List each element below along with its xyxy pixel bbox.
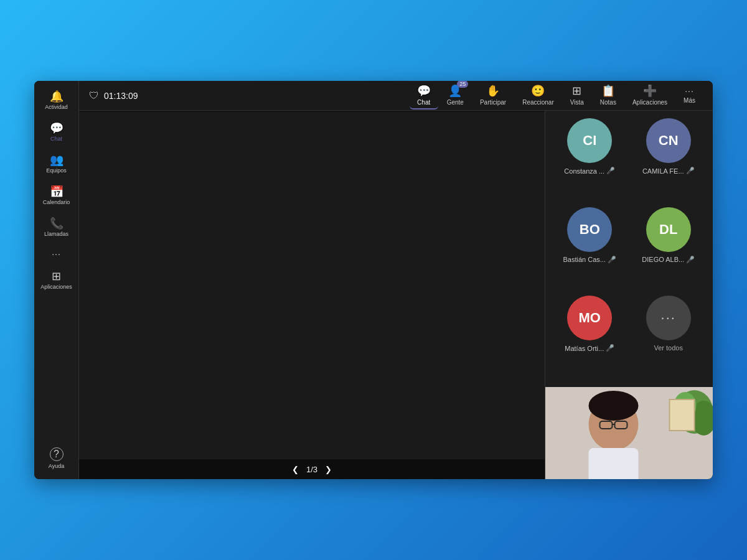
page-indicator: 1/3 — [306, 465, 317, 474]
avatar-bo: BO — [567, 207, 612, 252]
shield-icon: 🛡 — [89, 90, 99, 101]
reaccionar-btn-icon: 🙂 — [531, 84, 545, 98]
svg-rect-44 — [589, 448, 639, 479]
topbar-actions: 💬 Chat 👤25 Gente ✋ Participar 🙂 Reaccion… — [410, 82, 703, 110]
participar-btn-icon: ✋ — [486, 84, 500, 98]
participar-btn-label: Participar — [480, 99, 506, 106]
sidebar-item-aplicaciones[interactable]: ⊞ Aplicaciones — [37, 266, 77, 295]
sidebar-item-llamadas[interactable]: 📞 Llamadas — [37, 213, 77, 242]
notas-btn-icon: 📋 — [601, 84, 615, 98]
participant-name-bo: Bastián Cas... 🎤 — [563, 256, 616, 264]
sidebar: 🔔 Actividad 💬 Chat 👥 Equipos 📅 Calendari… — [34, 81, 79, 479]
timer-display: 01:13:09 — [104, 91, 138, 101]
main-content: 🛡 01:13:09 💬 Chat 👤25 Gente ✋ Participar… — [79, 81, 713, 479]
gente-btn-icon: 👤25 — [448, 84, 462, 98]
self-video — [545, 387, 713, 479]
bo-mic-icon: 🎤 — [608, 256, 616, 264]
reaccionar-button[interactable]: 🙂 Reaccionar — [515, 82, 561, 110]
participant-card-mo: MO Matías Orti... 🎤 — [553, 296, 627, 380]
meeting-timer: 🛡 01:13:09 — [89, 90, 138, 101]
apps-icon: ⊞ — [52, 271, 61, 282]
sidebar-item-actividad[interactable]: 🔔 Actividad — [37, 86, 77, 115]
mas-button[interactable]: ··· Más — [676, 83, 703, 108]
sidebar-item-equipos[interactable]: 👥 Equipos — [37, 149, 77, 179]
svg-rect-38 — [670, 399, 695, 431]
sidebar-item-ayuda[interactable]: ? Ayuda — [37, 442, 77, 474]
topbar: 🛡 01:13:09 💬 Chat 👤25 Gente ✋ Participar… — [79, 81, 713, 111]
vista-btn-label: Vista — [570, 99, 584, 106]
participant-name-ci: Constanza ... 🎤 — [564, 167, 615, 175]
video-outer: POSTULANTE FRANCISCA PIZARRO (Invitado) … — [79, 111, 545, 479]
teams-window: 🔔 Actividad 💬 Chat 👥 Equipos 📅 Calendari… — [34, 81, 713, 479]
notas-btn-label: Notas — [600, 99, 616, 106]
mo-mic-icon: 🎤 — [606, 344, 614, 352]
body-row: POSTULANTE FRANCISCA PIZARRO (Invitado) … — [79, 111, 713, 479]
gente-badge: 25 — [457, 81, 468, 88]
participants-grid: CI Constanza ... 🎤 CN CAMILA FE. — [545, 111, 713, 387]
video-pagination: ❮ 1/3 ❯ — [79, 459, 545, 479]
chat-btn-label: Chat — [417, 99, 430, 106]
avatar-mo: MO — [567, 296, 612, 340]
participant-card-ci: CI Constanza ... 🎤 — [553, 118, 627, 202]
avatar-dl: DL — [646, 207, 691, 252]
more-icon: ··· — [661, 310, 676, 326]
calendar-icon: 📅 — [50, 186, 63, 197]
teams-icon: 👥 — [50, 154, 63, 166]
ver-todos-label[interactable]: Ver todos — [654, 344, 683, 352]
bell-icon: 🔔 — [50, 91, 63, 102]
cn-mic-icon: 🎤 — [686, 167, 695, 175]
chat-btn-icon: 💬 — [417, 84, 431, 98]
avatar-cn: CN — [646, 118, 691, 163]
avatar-ci: CI — [567, 118, 612, 163]
dl-mic-icon: 🎤 — [686, 256, 695, 264]
chat-icon: 💬 — [50, 123, 63, 134]
notas-button[interactable]: 📋 Notas — [593, 82, 624, 110]
mas-btn-icon: ··· — [685, 86, 694, 96]
more-participants-btn[interactable]: ··· — [646, 296, 691, 340]
participant-card-dl: DL DIEGO ALB... 🎤 — [632, 207, 706, 291]
video-grid-wrapper: POSTULANTE FRANCISCA PIZARRO (Invitado) … — [79, 111, 545, 479]
participant-card-cn: CN CAMILA FE... 🎤 — [632, 118, 706, 202]
participar-button[interactable]: ✋ Participar — [472, 82, 514, 110]
participant-name-cn: CAMILA FE... 🎤 — [642, 167, 695, 175]
sidebar-label-llamadas: Llamadas — [44, 231, 68, 237]
help-icon: ? — [50, 447, 63, 461]
video-grid: POSTULANTE FRANCISCA PIZARRO (Invitado) … — [79, 111, 545, 112]
chat-button[interactable]: 💬 Chat — [410, 82, 438, 110]
sidebar-item-calendario[interactable]: 📅 Calendario — [37, 181, 77, 210]
aplicaciones-btn-label: Aplicaciones — [632, 99, 667, 106]
aplicaciones-button[interactable]: ➕ Aplicaciones — [625, 82, 675, 110]
ci-mic-icon: 🎤 — [606, 167, 615, 175]
participant-card-bo: BO Bastián Cas... 🎤 — [553, 207, 627, 291]
gente-button[interactable]: 👤25 Gente — [439, 82, 471, 110]
aplicaciones-btn-icon: ➕ — [643, 84, 657, 98]
sidebar-item-chat[interactable]: 💬 Chat — [37, 118, 77, 147]
reaccionar-btn-label: Reaccionar — [522, 99, 554, 106]
vista-button[interactable]: ⊞ Vista — [563, 82, 591, 110]
mas-btn-label: Más — [684, 97, 695, 104]
participant-card-more[interactable]: ··· Ver todos — [632, 296, 706, 380]
sidebar-label-equipos: Equipos — [46, 167, 67, 174]
participant-name-dl: DIEGO ALB... 🎤 — [642, 256, 695, 264]
participant-name-mo: Matías Orti... 🎤 — [565, 344, 614, 352]
vista-btn-icon: ⊞ — [572, 84, 581, 98]
svg-point-40 — [589, 391, 639, 421]
right-panel: CI Constanza ... 🎤 CN CAMILA FE. — [545, 111, 713, 479]
sidebar-item-ellipsis[interactable]: ··· — [37, 245, 77, 263]
next-page-btn[interactable]: ❯ — [325, 465, 332, 474]
sidebar-label-ayuda: Ayuda — [49, 463, 64, 469]
prev-page-btn[interactable]: ❮ — [292, 465, 299, 474]
gente-btn-label: Gente — [447, 99, 464, 106]
sidebar-label-actividad: Actividad — [45, 104, 68, 110]
ellipsis-icon: ··· — [52, 250, 61, 258]
sidebar-label-chat: Chat — [50, 136, 62, 142]
sidebar-label-calendario: Calendario — [43, 199, 70, 205]
phone-icon: 📞 — [50, 218, 63, 229]
sidebar-label-aplicaciones: Aplicaciones — [40, 284, 72, 290]
